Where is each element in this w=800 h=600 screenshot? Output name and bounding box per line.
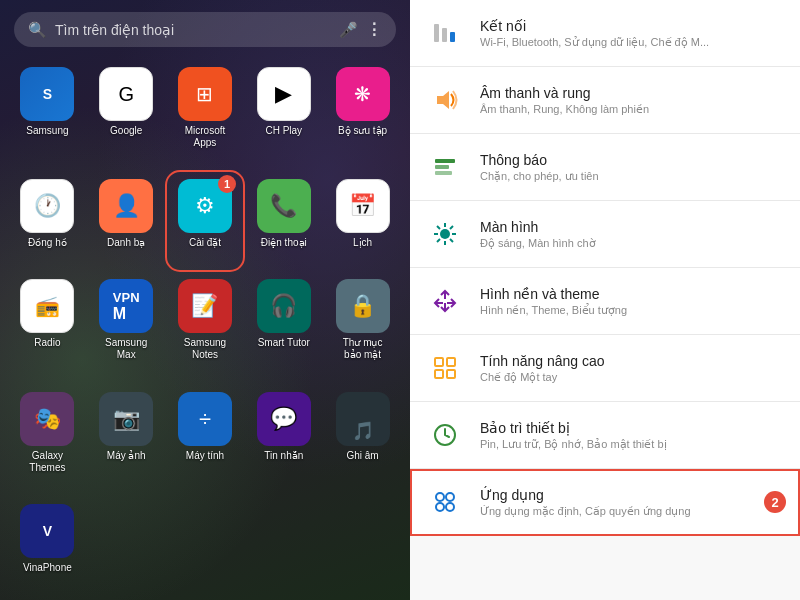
wallpaper-sub: Hình nền, Theme, Biểu tượng: [480, 304, 784, 317]
advanced-text: Tính năng nâng cao Chế độ Một tay: [480, 353, 784, 384]
settings-item-connection[interactable]: Kết nối Wi-Fi, Bluetooth, Sử dụng dữ liệ…: [410, 0, 800, 67]
app-calendar[interactable]: 📅 Lịch: [325, 173, 400, 269]
display-sub: Độ sáng, Màn hình chờ: [480, 237, 784, 250]
settings-item-wallpaper[interactable]: Hình nền và theme Hình nền, Theme, Biểu …: [410, 268, 800, 335]
maintenance-title: Bảo trì thiết bị: [480, 420, 784, 436]
apps-sub: Ứng dụng mặc định, Cấp quyền ứng dụng: [480, 505, 784, 518]
settings-item-advanced[interactable]: Tính năng nâng cao Chế độ Một tay: [410, 335, 800, 402]
apps-icon-wrap: [426, 483, 464, 521]
settings-item-sound[interactable]: Âm thanh và rung Âm thanh, Rung, Không l…: [410, 67, 800, 134]
connection-icon-wrap: [426, 14, 464, 52]
notification-sub: Chặn, cho phép, ưu tiên: [480, 170, 784, 183]
wallpaper-icon-wrap: [426, 282, 464, 320]
mic-icon[interactable]: 🎤: [339, 21, 358, 39]
svg-point-23: [436, 503, 444, 511]
app-security-folder[interactable]: 🔒 Thư mụcbảo mật: [325, 273, 400, 381]
app-vinaphone[interactable]: V VinaPhone: [10, 498, 85, 594]
app-camera[interactable]: 📷 Máy ảnh: [89, 386, 164, 494]
wallpaper-title: Hình nền và theme: [480, 286, 784, 302]
svg-line-15: [437, 239, 440, 242]
svg-rect-2: [450, 32, 455, 42]
app-voice-recorder[interactable]: 🎵 Ghi âm: [325, 386, 400, 494]
svg-rect-17: [447, 358, 455, 366]
svg-rect-19: [447, 370, 455, 378]
maintenance-icon-wrap: [426, 416, 464, 454]
sound-sub: Âm thanh, Rung, Không làm phiền: [480, 103, 784, 116]
app-collection[interactable]: ❋ Bộ sưu tập: [325, 61, 400, 169]
app-messages[interactable]: 💬 Tin nhắn: [246, 386, 321, 494]
svg-rect-6: [435, 171, 452, 175]
app-contacts[interactable]: 👤 Danh bạ: [89, 173, 164, 269]
apps-text: Ứng dụng Ứng dụng mặc định, Cấp quyền ứn…: [480, 487, 784, 518]
sound-icon-wrap: [426, 81, 464, 119]
app-galaxy-themes[interactable]: 🎭 GalaxyThemes: [10, 386, 85, 494]
app-chplay[interactable]: ▶ CH Play: [246, 61, 321, 169]
search-icon: 🔍: [28, 21, 47, 39]
connection-title: Kết nối: [480, 18, 784, 34]
apps-badge: 2: [764, 491, 786, 513]
display-icon-wrap: [426, 215, 464, 253]
app-radio[interactable]: 📻 Radio: [10, 273, 85, 381]
maintenance-icon: [431, 421, 459, 449]
svg-rect-18: [435, 370, 443, 378]
svg-line-12: [437, 226, 440, 229]
svg-point-24: [446, 503, 454, 511]
app-phone[interactable]: 📞 Điện thoại: [246, 173, 321, 269]
svg-line-14: [450, 226, 453, 229]
svg-marker-3: [437, 91, 449, 109]
connection-icon: [431, 19, 459, 47]
sound-icon: [431, 86, 459, 114]
apps-grid: S Samsung G Google ⊞ MicrosoftApps ▶ CH …: [0, 55, 410, 600]
settings-badge: 1: [218, 175, 236, 193]
app-clock[interactable]: 🕐 Đồng hồ: [10, 173, 85, 269]
sound-title: Âm thanh và rung: [480, 85, 784, 101]
app-samsung-notes[interactable]: 📝 SamsungNotes: [168, 273, 243, 381]
app-google[interactable]: G Google: [89, 61, 164, 169]
maintenance-text: Bảo trì thiết bị Pin, Lưu trữ, Bộ nhớ, B…: [480, 420, 784, 451]
svg-point-21: [436, 493, 444, 501]
svg-rect-0: [434, 24, 439, 42]
svg-point-7: [440, 229, 450, 239]
notification-title: Thông báo: [480, 152, 784, 168]
app-calculator[interactable]: ÷ Máy tính: [168, 386, 243, 494]
notification-icon: [431, 153, 459, 181]
maintenance-sub: Pin, Lưu trữ, Bộ nhớ, Bảo mật thiết bị: [480, 438, 784, 451]
svg-rect-5: [435, 165, 449, 169]
advanced-icon: [431, 354, 459, 382]
app-settings[interactable]: ⚙ 1 Cài đặt: [168, 173, 243, 269]
left-panel: 🔍 Tìm trên điện thoại 🎤 ⋮ S Samsung G Go…: [0, 0, 410, 600]
svg-rect-4: [435, 159, 455, 163]
apps-title: Ứng dụng: [480, 487, 784, 503]
connection-text: Kết nối Wi-Fi, Bluetooth, Sử dụng dữ liệ…: [480, 18, 784, 49]
settings-item-display[interactable]: Màn hình Độ sáng, Màn hình chờ: [410, 201, 800, 268]
settings-item-maintenance[interactable]: Bảo trì thiết bị Pin, Lưu trữ, Bộ nhớ, B…: [410, 402, 800, 469]
wallpaper-text: Hình nền và theme Hình nền, Theme, Biểu …: [480, 286, 784, 317]
advanced-icon-wrap: [426, 349, 464, 387]
advanced-title: Tính năng nâng cao: [480, 353, 784, 369]
display-text: Màn hình Độ sáng, Màn hình chờ: [480, 219, 784, 250]
settings-item-notification[interactable]: Thông báo Chặn, cho phép, ưu tiên: [410, 134, 800, 201]
svg-rect-16: [435, 358, 443, 366]
apps-icon: [431, 488, 459, 516]
svg-line-13: [450, 239, 453, 242]
app-microsoft[interactable]: ⊞ MicrosoftApps: [168, 61, 243, 169]
more-icon[interactable]: ⋮: [366, 20, 382, 39]
notification-icon-wrap: [426, 148, 464, 186]
search-bar[interactable]: 🔍 Tìm trên điện thoại 🎤 ⋮: [14, 12, 396, 47]
svg-rect-1: [442, 28, 447, 42]
wallpaper-icon: [431, 287, 459, 315]
app-samsung[interactable]: S Samsung: [10, 61, 85, 169]
svg-point-22: [446, 493, 454, 501]
display-title: Màn hình: [480, 219, 784, 235]
connection-sub: Wi-Fi, Bluetooth, Sử dụng dữ liệu, Chế đ…: [480, 36, 784, 49]
display-icon: [431, 220, 459, 248]
right-panel: Kết nối Wi-Fi, Bluetooth, Sử dụng dữ liệ…: [410, 0, 800, 600]
notification-text: Thông báo Chặn, cho phép, ưu tiên: [480, 152, 784, 183]
app-samsung-max[interactable]: VPNM SamsungMax: [89, 273, 164, 381]
search-placeholder: Tìm trên điện thoại: [55, 22, 331, 38]
sound-text: Âm thanh và rung Âm thanh, Rung, Không l…: [480, 85, 784, 116]
advanced-sub: Chế độ Một tay: [480, 371, 784, 384]
app-smart-tutor[interactable]: 🎧 Smart Tutor: [246, 273, 321, 381]
settings-item-apps[interactable]: Ứng dụng Ứng dụng mặc định, Cấp quyền ứn…: [410, 469, 800, 536]
